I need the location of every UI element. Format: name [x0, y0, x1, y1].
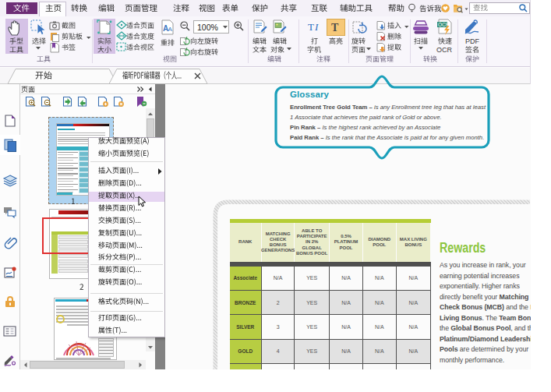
svg-text:I: I [314, 21, 319, 33]
svg-text:T: T [331, 22, 339, 34]
svg-text:T: T [308, 21, 314, 33]
svg-text:A: A [168, 26, 173, 33]
